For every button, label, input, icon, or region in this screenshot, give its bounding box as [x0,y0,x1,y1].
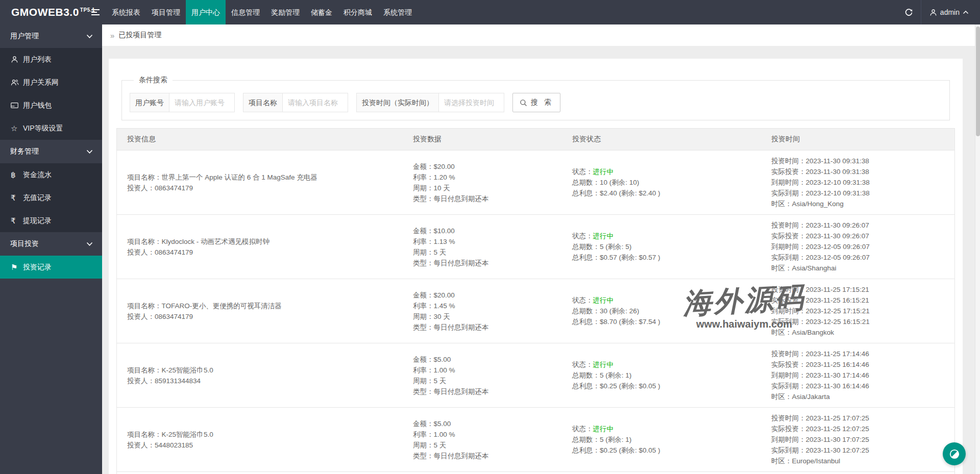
field-line: 周期：30 天 [413,311,552,322]
field-line: 项目名称：TOFARO-更小、更便携的可视耳清洁器 [127,301,393,311]
user-account-label: 用户账号 [130,93,169,112]
refresh-button[interactable] [897,0,921,24]
field-line: 金额：$20.00 [413,290,552,301]
field-line: 投资人：0863474179 [127,311,393,322]
cell-invest-time: 投资时间：2023-11-30 09:31:38实际投资：2023-11-30 … [761,151,954,214]
field-line: 时区：Asia/Jakarta [771,391,944,402]
field-line: 实际到期：2023-11-30 16:14:46 [771,381,944,391]
sidebar-item-label: VIP等级设置 [23,124,63,133]
flag-icon: ⚑ [11,263,23,272]
page-scrollbar [975,24,980,474]
field-line: 项目名称：世界上第一个 Apple 认证的 6 合 1 MagSafe 充电器 [127,172,393,183]
field-line: 实际投资：2023-11-25 16:14:46 [771,359,944,370]
field-line: 利率：1.13 % [413,236,552,247]
field-line: 金额：$10.00 [413,226,552,236]
top-menu: 系统报表 项目管理 用户中心 信息管理 奖励管理 储蓄金 积分商城 系统管理 [106,0,418,24]
cell-invest-time: 投资时间：2023-11-25 17:06:48实际投资：2023-11-25 … [761,472,954,474]
field-user-account: 用户账号 [130,93,235,112]
collapse-sidebar-button[interactable] [85,0,106,24]
cell-invest-status: 状态：进行中总期数：5 (剩余: 1)总利息：$0.25 (剩余: $0.05 … [562,408,761,471]
field-line: 利率：1.00 % [413,365,552,376]
wallet-card-icon [11,102,23,109]
sidebar-item-vip-settings[interactable]: ☆ VIP等级设置 [0,117,102,140]
users-icon [11,79,23,86]
cell-invest-data: 金额：$20.00利率：1.45 %周期：30 天类型：每日付息到期还本 [403,279,562,343]
field-line: 到期时间：2023-12-05 09:26:07 [771,241,944,252]
field-line: 利率：1.00 % [413,429,552,440]
field-line: 总利息：$2.40 (剩余: $2.40 ) [572,188,751,198]
breadcrumb-arrow-icon: » [110,31,114,40]
field-line: 投资时间：2023-11-30 09:31:38 [771,156,944,166]
search-button[interactable]: 搜 索 [512,93,560,112]
field-line: 总利息：$0.25 (剩余: $0.05 ) [572,381,751,391]
field-line: 实际到期：2023-12-10 09:31:38 [771,188,944,198]
field-line: 到期时间：2023-12-10 09:31:38 [771,177,944,188]
field-line: 类型：每日付息到期还本 [413,322,552,333]
cell-invest-data: 金额：$5.00利率：1.00 %周期：5 天类型：每日付息到期还本 [403,408,562,471]
tab-reward-management[interactable]: 奖励管理 [265,0,305,24]
cell-invest-data: 金额：$10.00利率：1.13 % [403,472,562,474]
sidebar-item-label: 充值记录 [23,193,52,203]
sidebar-group-project-investment[interactable]: 项目投资 [0,232,102,256]
sidebar-item-recharge-records[interactable]: ₹ 充值记录 [0,186,102,209]
sidebar-item-investment-records[interactable]: ⚑ 投资记录 [0,256,102,279]
field-line: 总期数：30 (剩余: 26) [572,306,751,316]
cell-invest-info: 项目名称：TOFARO-更小、更便携的可视耳清洁器投资人：0863474179 [117,279,403,343]
field-line: 利率：1.20 % [413,172,552,183]
table-row: 项目名称：世界上第一个 Apple 认证的 6 合 1 MagSafe 充电器投… [117,151,954,215]
chevron-down-icon [86,34,93,39]
user-dropdown[interactable]: admin [921,0,980,24]
sidebar: 用户管理 用户列表 用户关系网 用户钱包 ☆ VIP等级设置 财务管理 ฿ 资金… [0,24,102,474]
sidebar-item-label: 资金流水 [23,170,52,180]
tab-system-report[interactable]: 系统报表 [106,0,146,24]
user-account-input[interactable] [169,93,235,112]
field-line: 金额：$5.00 [413,354,552,365]
invest-time-input[interactable] [439,93,504,112]
field-line: 投资人：5448023185 [127,440,393,451]
tab-points-mall[interactable]: 积分商城 [338,0,378,24]
hamburger-icon [91,9,100,15]
cell-invest-info: 项目名称：K-25智能浴巾5.0投资人：859131344834 [117,343,403,407]
sidebar-group-label: 项目投资 [10,239,39,248]
tab-system-management[interactable]: 系统管理 [378,0,418,24]
cell-invest-info: 项目名称：世界上第一个 Apple 认证的 6 合 1 MagSafe 充电器投… [117,151,403,214]
tab-info-management[interactable]: 信息管理 [226,0,265,24]
field-line: 金额：$5.00 [413,418,552,429]
search-button-label: 搜 索 [531,98,553,107]
top-navbar: GMOWEB3.0TP5.1 系统报表 项目管理 用户中心 信息管理 奖励管理 … [0,0,980,24]
sidebar-group-finance-management[interactable]: 财务管理 [0,140,102,163]
field-line: 投资时间：2023-11-25 17:15:21 [771,284,944,295]
cell-invest-time: 投资时间：2023-11-25 17:07:25实际投资：2023-11-25 … [761,408,954,471]
breadcrumb: » 已投项目管理 [102,24,980,46]
sidebar-group-label: 财务管理 [10,147,39,156]
field-line: 金额：$20.00 [413,161,552,172]
sidebar-item-fund-flow[interactable]: ฿ 资金流水 [0,163,102,186]
content-card: 条件搜索 用户账号 项目名称 投资时间（实际时间） 搜 索 [109,59,963,474]
sidebar-item-withdraw-records[interactable]: ₹ 提现记录 [0,209,102,232]
cell-invest-info: 项目名称：Klydoclock - 动画艺术遇见模拟时钟投资人：08634741… [117,215,403,279]
tab-user-center[interactable]: 用户中心 [186,0,226,24]
tab-savings[interactable]: 储蓄金 [305,0,338,24]
sidebar-group-label: 用户管理 [10,32,39,41]
project-name-label: 项目名称 [243,93,283,112]
sidebar-item-user-wallet[interactable]: 用户钱包 [0,94,102,117]
project-name-input[interactable] [283,93,348,112]
header-invest-info: 投资信息 [117,129,403,150]
field-line: 时区：Asia/Hong_Kong [771,198,944,209]
sidebar-group-user-management[interactable]: 用户管理 [0,24,102,48]
theme-settings-fab[interactable] [943,442,966,465]
cell-invest-status: 状态：进行中总期数：5 (剩余: 1)总利息：$0.25 (剩余: $0.05 … [562,343,761,407]
theme-icon [949,448,960,460]
chevron-up-icon [963,10,969,14]
field-line: 到期时间：2023-11-30 17:14:46 [771,370,944,381]
cell-invest-data: 金额：$10.00利率：1.13 %周期：5 天类型：每日付息到期还本 [403,215,562,279]
sidebar-item-user-network[interactable]: 用户关系网 [0,71,102,94]
table-row: 项目名称：Klydoclock - 动画艺术遇见模拟时钟 金额：$10.00利率… [117,472,954,474]
field-line: 总利息：$0.25 (剩余: $0.05 ) [572,445,751,456]
sidebar-item-user-list[interactable]: 用户列表 [0,48,102,71]
field-line: 时区：Asia/Bangkok [771,327,944,338]
rupee-icon: ₹ [11,193,23,203]
scrollbar-thumb[interactable] [976,27,980,136]
field-line: 总利息：$8.70 (剩余: $7.54 ) [572,316,751,327]
tab-project-management[interactable]: 项目管理 [146,0,186,24]
